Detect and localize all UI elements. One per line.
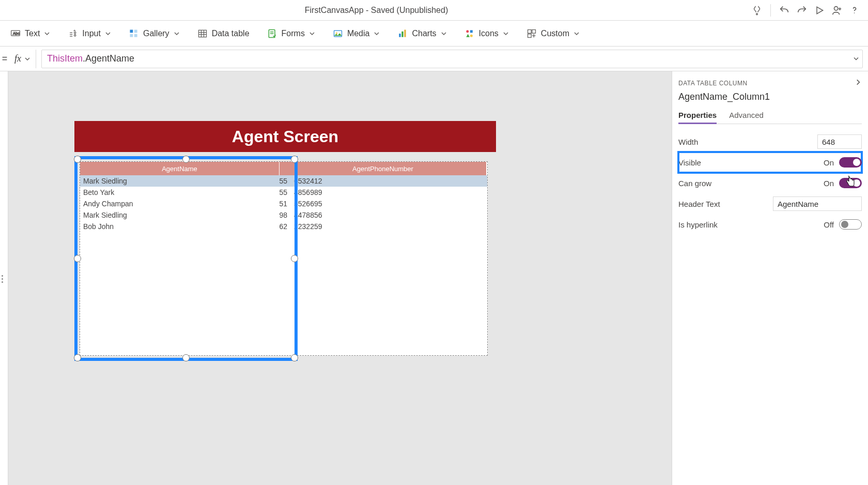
cell-agentname: Mark Siedling: [80, 209, 280, 221]
resize-handle[interactable]: [291, 255, 298, 262]
ribbon-label: Input: [82, 29, 101, 38]
svg-rect-22: [532, 29, 536, 33]
table-row[interactable]: Beto Yark554856989: [80, 187, 487, 198]
ribbon-input[interactable]: Input: [68, 28, 111, 39]
svg-rect-21: [528, 29, 531, 33]
tab-advanced[interactable]: Advanced: [729, 108, 764, 124]
svg-rect-17: [405, 29, 406, 37]
ribbon-custom[interactable]: Custom: [526, 28, 580, 39]
table-row[interactable]: Mark Siedling984478856: [80, 209, 487, 221]
svg-point-0: [756, 13, 758, 14]
prop-visible: Visible On: [678, 152, 862, 173]
prop-headertext: Header Text: [678, 193, 862, 214]
resize-handle[interactable]: [74, 255, 81, 262]
svg-point-18: [466, 30, 469, 33]
formula-input[interactable]: ThisItem.AgentName: [41, 50, 863, 68]
chevron-right-icon[interactable]: [855, 79, 862, 87]
ribbon-label: Text: [25, 29, 40, 38]
prop-label: Can grow: [678, 179, 711, 188]
visible-toggle[interactable]: [839, 157, 862, 168]
canvas[interactable]: Agent Screen AgentName AgentPhoneNumber …: [8, 71, 672, 485]
ribbon-text[interactable]: Abc Text: [10, 28, 50, 39]
svg-point-2: [854, 12, 855, 13]
svg-rect-16: [402, 31, 404, 37]
expand-formula-icon[interactable]: [853, 53, 859, 64]
cell-agentname: Andy Champan: [80, 198, 280, 209]
formula-token-field: .AgentName: [83, 53, 134, 64]
resize-handle[interactable]: [74, 156, 81, 163]
prop-hyperlink: Is hyperlink Off: [678, 214, 862, 235]
svg-point-20: [470, 34, 472, 37]
resize-handle[interactable]: [291, 354, 298, 361]
resize-handle[interactable]: [182, 156, 190, 163]
resize-handle[interactable]: [74, 354, 81, 361]
ribbon-datatable[interactable]: Data table: [197, 28, 250, 39]
toggle-state: On: [824, 158, 834, 167]
prop-label: Is hyperlink: [678, 220, 718, 229]
property-tabs: Properties Advanced: [678, 108, 862, 124]
svg-rect-15: [399, 34, 401, 37]
table-header: AgentName AgentPhoneNumber: [80, 162, 487, 175]
breadcrumb: DATA TABLE COLUMN: [678, 80, 748, 87]
selected-object-name: AgentName_Column1: [678, 92, 862, 102]
ribbon-charts[interactable]: Charts: [397, 28, 446, 39]
app-title: FirstCanvasApp - Saved (Unpublished): [7, 6, 746, 15]
app-checker-icon[interactable]: [751, 4, 763, 17]
prop-width: Width: [678, 131, 862, 152]
cell-phone: 5526695: [291, 198, 486, 209]
tab-properties[interactable]: Properties: [678, 108, 717, 124]
column-header-agentphone[interactable]: AgentPhoneNumber: [280, 162, 486, 175]
svg-rect-9: [130, 34, 133, 37]
table-row[interactable]: Bob John622232259: [80, 221, 487, 232]
share-icon[interactable]: [831, 4, 843, 17]
redo-icon[interactable]: [796, 4, 808, 17]
table-row[interactable]: Andy Champan515526695: [80, 198, 487, 209]
separator: [770, 4, 771, 17]
cell-agentname: Bob John: [80, 221, 280, 232]
ribbon-forms[interactable]: Forms: [267, 28, 315, 39]
svg-rect-11: [198, 30, 206, 37]
help-icon[interactable]: [848, 4, 861, 17]
cell-phone-prefix: 62: [280, 221, 291, 232]
cell-phone: 4856989: [291, 187, 486, 198]
ribbon-label: Data table: [212, 29, 250, 38]
formula-token-thisitem: ThisItem: [47, 53, 83, 64]
ribbon-icons[interactable]: Icons: [464, 28, 509, 39]
svg-point-14: [336, 32, 337, 34]
column-header-agentname[interactable]: AgentName: [80, 162, 280, 175]
undo-icon[interactable]: [778, 4, 791, 17]
svg-rect-23: [528, 34, 531, 37]
fx-label: fx: [14, 53, 21, 64]
resize-handle[interactable]: [291, 156, 298, 163]
fx-dropdown[interactable]: fx: [9, 50, 36, 68]
cell-phone: 2232259: [291, 221, 486, 232]
svg-rect-7: [130, 29, 133, 33]
cangrow-toggle[interactable]: [839, 178, 862, 188]
width-input[interactable]: [817, 134, 862, 149]
toggle-state: On: [824, 179, 834, 188]
ribbon-label: Charts: [412, 29, 436, 38]
hyperlink-toggle[interactable]: [839, 219, 862, 230]
left-rail-collapsed[interactable]: [0, 71, 8, 485]
svg-rect-8: [134, 29, 137, 33]
cell-phone-prefix: 55: [280, 187, 291, 198]
svg-point-5: [74, 32, 76, 33]
svg-text:Abc: Abc: [13, 31, 20, 35]
headertext-input[interactable]: [773, 196, 862, 211]
toggle-state: Off: [824, 220, 834, 229]
cell-phone-prefix: 55: [280, 175, 291, 187]
prop-label: Header Text: [678, 200, 720, 208]
ribbon-label: Forms: [282, 29, 305, 38]
ribbon-media[interactable]: Media: [333, 28, 380, 39]
play-icon[interactable]: [813, 4, 826, 17]
equals-label: =: [0, 53, 9, 64]
resize-handle[interactable]: [182, 354, 190, 361]
prop-label: Width: [678, 138, 698, 146]
svg-rect-19: [470, 30, 472, 33]
table-row[interactable]: Mark Siedling556532412: [80, 175, 487, 187]
ribbon-gallery[interactable]: Gallery: [129, 28, 180, 39]
cell-phone: 4478856: [291, 209, 486, 221]
svg-point-1: [834, 6, 838, 10]
data-table[interactable]: AgentName AgentPhoneNumber Mark Siedling…: [80, 161, 488, 356]
ribbon-label: Media: [347, 29, 370, 38]
